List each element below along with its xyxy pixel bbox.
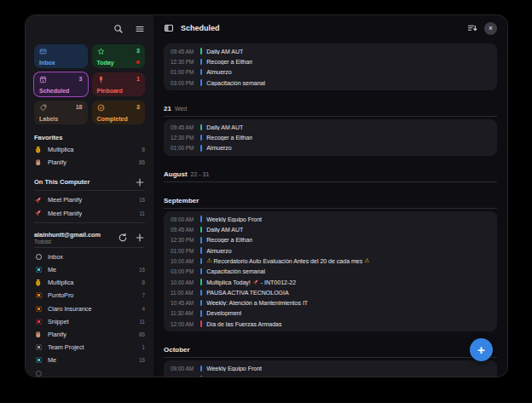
item-time: 10:00 AM xyxy=(171,258,198,264)
project-item-multiplica[interactable]: $Multiplica8 xyxy=(34,276,145,289)
project-item-snippet[interactable]: Snippet11 xyxy=(34,315,145,328)
tile-inbox[interactable]: Inbox xyxy=(34,44,88,68)
project-color-bar xyxy=(200,135,202,141)
item-time: 01:00 PM xyxy=(171,145,198,151)
project-color-bar xyxy=(200,376,202,377)
sidebar: InboxToday3Scheduled3Pinboard1Labels18Co… xyxy=(26,15,153,377)
schedule-item[interactable]: 09:45 AMDaily AM AUT xyxy=(171,224,490,234)
item-title: Weekly: Atención a Mantenimientos IT xyxy=(206,300,308,306)
item-label: Meet Planify xyxy=(48,210,134,217)
item-title: Almuerzo xyxy=(206,69,232,75)
date-section-subtitle: Wed xyxy=(175,106,187,112)
sort-descending-icon[interactable] xyxy=(467,23,477,33)
tile-today[interactable]: Today3 xyxy=(92,44,146,68)
add-task-button[interactable]: + xyxy=(470,338,493,361)
schedule-item[interactable]: 03:00 PMCapacitación semanal xyxy=(171,78,490,88)
item-label: Multiplica xyxy=(48,279,136,286)
item-time: 09:45 AM xyxy=(171,376,198,377)
dot-shape xyxy=(36,306,42,312)
panel-toggle-icon[interactable] xyxy=(164,23,174,33)
tile-count-badge: 18 xyxy=(76,104,83,110)
schedule-item[interactable]: 12:30 PMRecoger a Eithan xyxy=(171,132,490,142)
tile-completed[interactable]: Completed3 xyxy=(92,101,146,124)
item-count: 11 xyxy=(139,210,145,216)
schedule-item[interactable]: 09:45 AMDaily AM AUT xyxy=(171,374,490,377)
item-title: Día de las Fuerzas Armadas xyxy=(206,321,281,327)
schedule-item[interactable]: 09:45 AMDaily AM AUT xyxy=(171,46,490,56)
project-item-team-project[interactable]: Team Project1 xyxy=(34,341,145,354)
schedule-card: 09:45 AMDaily AM AUT12:30 PMRecoger a Ei… xyxy=(164,119,497,156)
project-item-puntopro[interactable]: PuntoPro7 xyxy=(34,289,145,302)
project-item-me[interactable]: Me16 xyxy=(34,354,145,366)
tile-count-badge: 3 xyxy=(79,76,83,82)
item-time: 12:00 AM xyxy=(171,321,198,327)
section-title-text: On This Computer xyxy=(34,178,90,186)
sidebar-item-meet-planify[interactable]: Meet Planify11 xyxy=(34,207,145,220)
schedule-item[interactable]: 12:00 AMDía de las Fuerzas Armadas xyxy=(171,319,490,329)
tile-count-badge: 3 xyxy=(136,104,140,110)
item-time: 10:00 AM xyxy=(171,279,198,285)
schedule-item[interactable]: 03:00 PMCapacitación semanal xyxy=(171,267,490,277)
menu-icon[interactable] xyxy=(135,24,145,34)
item-time: 09:00 AM xyxy=(171,216,198,222)
tile-pinboard[interactable]: Pinboard1 xyxy=(92,72,146,96)
tile-labels[interactable]: Labels18 xyxy=(34,101,88,124)
divider xyxy=(34,190,145,191)
sidebar-item-planify[interactable]: Planify86 xyxy=(34,156,145,169)
add-project-icon[interactable] xyxy=(135,233,145,243)
schedule-item[interactable]: 12:30 PMRecoger a Eithan xyxy=(171,56,490,66)
project-item-inbox[interactable]: Inbox xyxy=(34,250,145,263)
search-icon[interactable] xyxy=(113,24,124,34)
project-color-bar xyxy=(200,279,202,285)
schedule-item[interactable]: 10:00 AMMultiplica Today! - INT0012-22 xyxy=(171,277,490,287)
account-row[interactable]: alainhuntt@gmail.com Todoist xyxy=(34,231,145,245)
item-count: 11 xyxy=(139,319,145,325)
item-count: 8 xyxy=(142,147,145,153)
schedule-item[interactable]: 11:30 AMDevelopment xyxy=(171,308,490,319)
project-item-planify[interactable]: Planify86 xyxy=(34,328,145,341)
item-title: PAUSA ACTIVA TECNOLOGIA xyxy=(206,290,288,296)
schedule-item[interactable]: 01:00 PMAlmuerzo xyxy=(171,143,490,153)
dot-shape xyxy=(36,357,42,363)
check-circle-icon xyxy=(97,104,141,112)
item-title: Recoger a Eithan xyxy=(206,59,252,65)
quick-tiles: InboxToday3Scheduled3Pinboard1Labels18Co… xyxy=(34,44,145,124)
svg-text:$: $ xyxy=(38,148,40,153)
schedule-item[interactable]: 09:45 AMDaily AM AUT xyxy=(171,122,490,132)
circle-outline-icon xyxy=(34,371,43,377)
project-item[interactable] xyxy=(34,366,145,377)
item-title: Multiplica Today! - INT0012-22 xyxy=(206,279,296,286)
schedule-item[interactable]: 09:00 AMWeekly Equipo Front xyxy=(171,214,490,224)
divider xyxy=(164,357,497,358)
item-label: PuntoPro xyxy=(48,291,136,299)
project-color-dot xyxy=(34,267,43,273)
add-section-item-icon[interactable] xyxy=(135,177,145,187)
refresh-icon[interactable] xyxy=(118,233,128,243)
schedule-item[interactable]: 09:00 AMWeekly Equipo Front xyxy=(171,363,490,373)
project-list: InboxMe16$Multiplica8PuntoPro7Claro Insu… xyxy=(34,250,145,377)
item-time: 09:00 AM xyxy=(171,366,198,371)
schedule-item[interactable]: 01:00 PMAlmuerzo xyxy=(171,67,490,78)
schedule-item[interactable]: 12:30 PMRecoger a Eithan xyxy=(171,235,490,245)
date-section-title: September xyxy=(164,197,199,204)
schedule-item[interactable]: 11:00 AMPAUSA ACTIVA TECNOLOGIA xyxy=(171,287,490,297)
project-color-dot xyxy=(34,292,43,298)
item-label: Meet Planify xyxy=(48,196,134,204)
tile-scheduled[interactable]: Scheduled3 xyxy=(34,72,88,96)
schedule-item[interactable]: 10:45 AMWeekly: Atención a Mantenimiento… xyxy=(171,297,490,308)
item-time: 09:45 AM xyxy=(171,124,198,130)
project-color-bar xyxy=(200,216,202,222)
schedule-item[interactable]: 01:00 PMAlmuerzo xyxy=(171,245,490,256)
item-title: Daily AM AUT xyxy=(206,227,243,233)
schedule-card: 09:00 AMWeekly Equipo Front09:45 AMDaily… xyxy=(164,211,497,331)
sidebar-item-meet-planify[interactable]: Meet Planify16 xyxy=(34,193,145,206)
item-time: 03:00 PM xyxy=(171,80,198,86)
schedule-item[interactable]: 10:00 AM⚠Recordatorio Auto Evaluación An… xyxy=(171,256,490,266)
sidebar-item-multiplica[interactable]: $Multiplica8 xyxy=(34,143,145,156)
item-count: 1 xyxy=(142,344,145,350)
project-item-me[interactable]: Me16 xyxy=(34,263,145,276)
divider xyxy=(164,116,497,117)
close-icon[interactable]: × xyxy=(484,22,497,35)
dot-shape xyxy=(36,292,42,298)
project-item-claro-insurance[interactable]: Claro Insurance4 xyxy=(34,302,145,315)
